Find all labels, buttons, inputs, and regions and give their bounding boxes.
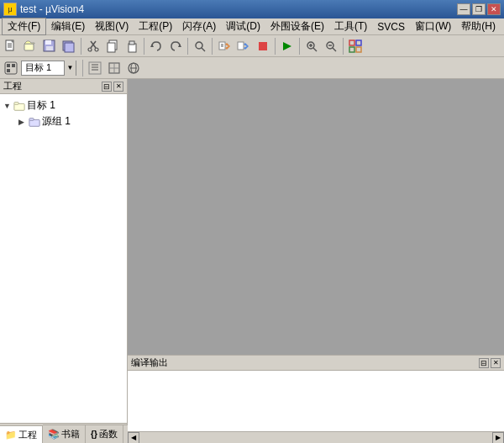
svg-rect-44 [12,64,15,67]
menu-window[interactable]: 窗口(W) [410,18,456,34]
output-pin-button[interactable]: ⊟ [479,358,489,368]
redo-button[interactable] [166,37,185,55]
svg-rect-7 [45,40,51,45]
panel-close-button[interactable]: ✕ [113,82,123,92]
svg-rect-46 [89,62,101,74]
menu-debug[interactable]: 调试(D) [221,18,265,34]
restore-button[interactable]: ❐ [472,3,486,15]
open-file-button[interactable] [21,37,39,55]
separator6 [299,38,300,55]
undo-button[interactable] [147,37,165,55]
svg-rect-45 [7,69,10,72]
scroll-track[interactable] [139,432,492,443]
project-tree: ▼ 目标 1 ▶ 源组 1 [0,94,127,423]
tab-project-icon: 📁 [5,430,17,440]
zoom-out-button[interactable] [322,37,340,55]
tree-group1-arrow: ▶ [18,118,27,126]
svg-marker-30 [283,42,291,50]
panel-pin-button[interactable]: ⊟ [102,82,112,92]
menu-view[interactable]: 视图(V) [90,18,134,34]
scroll-right-button[interactable]: ▶ [492,432,504,444]
target-btn3[interactable] [124,59,143,77]
zoom-in-button[interactable] [302,37,321,55]
left-panel-tabs: 📁 工程 📚 书籍 {} 函数 0. 模版 [0,423,127,443]
debug-button[interactable] [278,37,297,55]
tree-group1-label: 源组 1 [42,114,71,129]
tree-group1-icon [29,116,40,128]
menu-file[interactable]: 文件(F) [2,18,46,35]
svg-rect-18 [129,41,134,45]
build-button[interactable] [215,37,234,55]
toolbar2: 目标 1 ▼ [0,57,504,79]
copy-button[interactable] [103,37,122,55]
tree-group1[interactable]: ▶ 源组 1 [18,113,123,129]
output-panel: 编译输出 ⊟ ✕ ◀ ▶ [128,355,504,443]
svg-point-14 [95,48,98,51]
tab-books[interactable]: 📚 书籍 [43,425,86,443]
separator3 [187,38,188,55]
tab-functions-label: 函数 [99,428,118,440]
menu-peripherals[interactable]: 外围设备(E) [265,18,329,34]
target-btn2[interactable] [105,59,123,77]
stop-button[interactable] [254,37,272,55]
scroll-left-button[interactable]: ◀ [128,432,139,444]
output-panel-header: 编译输出 ⊟ ✕ [128,356,504,371]
svg-rect-27 [238,42,244,50]
window-title: test - µVision4 [20,3,84,15]
svg-line-22 [202,48,205,51]
rebuild-button[interactable] [234,37,253,55]
output-close-button[interactable]: ✕ [491,358,501,368]
paste-button[interactable] [123,37,141,55]
tree-root-arrow: ▼ [3,102,12,110]
target-settings-button[interactable] [2,59,20,77]
svg-rect-16 [108,43,115,52]
find-button[interactable] [191,37,209,55]
menu-edit[interactable]: 编辑(E) [46,18,90,34]
tab-project-label: 工程 [18,429,37,441]
svg-rect-39 [356,40,361,45]
svg-rect-57 [14,102,18,104]
svg-rect-38 [349,40,354,45]
tab-project[interactable]: 📁 工程 [0,425,43,443]
menu-tools[interactable]: 工具(T) [329,18,372,34]
target-btn1[interactable] [86,59,104,77]
right-section: 编译输出 ⊟ ✕ ◀ ▶ [128,79,504,443]
svg-marker-26 [225,43,230,50]
svg-rect-41 [356,47,361,52]
project-panel-title: 工程 [3,80,22,92]
target-dropdown-arrow[interactable]: ▼ [64,61,76,76]
toolbar1 [0,35,504,57]
svg-marker-19 [150,44,154,47]
svg-rect-5 [24,44,34,50]
editor-area[interactable] [128,79,504,355]
separator2 [144,38,144,55]
window-controls: — ❐ ✕ [457,3,501,15]
tree-root[interactable]: ▼ 目标 1 [3,98,123,113]
output-panel-title: 编译输出 [131,356,168,369]
menu-help[interactable]: 帮助(H) [456,18,501,34]
component-button[interactable] [346,37,365,55]
svg-line-32 [313,48,317,51]
svg-marker-28 [244,43,249,50]
svg-point-21 [196,42,202,49]
menu-project[interactable]: 工程(P) [134,18,177,34]
close-button[interactable]: ✕ [487,3,501,15]
app-icon: μ [3,3,17,16]
separator4 [212,38,213,55]
menu-svcs[interactable]: SVCS [372,20,410,34]
save-button[interactable] [40,37,59,55]
svg-point-13 [88,48,92,51]
tab-books-label: 书籍 [61,428,80,440]
svg-marker-20 [178,44,181,47]
left-panel: 工程 ⊟ ✕ ▼ 目标 1 ▶ 源组 1 [0,79,128,443]
save-all-button[interactable] [60,37,78,55]
new-file-button[interactable] [2,37,20,55]
menu-flash[interactable]: 闪存(A) [177,18,221,34]
svg-rect-29 [259,42,267,50]
tab-functions[interactable]: {} 函数 [86,425,123,443]
minimize-button[interactable]: — [457,3,470,15]
output-header-buttons: ⊟ ✕ [479,358,501,368]
tab-books-icon: 📚 [48,429,60,440]
cut-button[interactable] [84,37,102,55]
title-bar: μ test - µVision4 — ❐ ✕ [0,0,504,18]
